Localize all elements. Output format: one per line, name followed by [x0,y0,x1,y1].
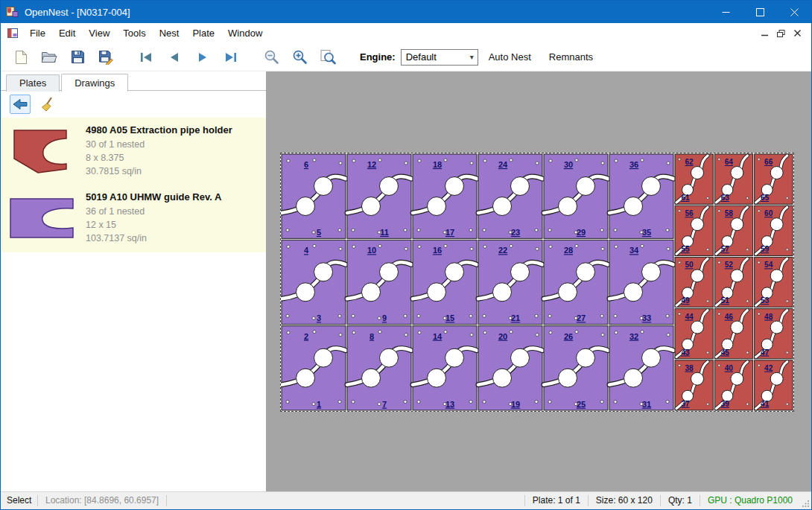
resize-grip[interactable] [800,492,811,509]
drawing-size: 12 x 15 [86,219,221,232]
next-plate-icon [195,51,210,63]
red-part-pair[interactable]: 6463 [714,154,752,204]
red-part-pair[interactable]: 5453 [755,257,793,307]
purple-part-pair[interactable]: 65 [282,154,346,238]
menu-item-plate[interactable]: Plate [185,25,221,42]
engine-label: Engine: [360,51,396,63]
part-number: 42 [764,364,773,372]
purple-part-pair[interactable]: 3231 [609,326,673,410]
part-number: 44 [685,313,694,321]
broom-icon [40,97,55,112]
red-part-pair[interactable]: 3837 [675,360,713,410]
status-mode: Select [1,495,38,506]
menu-item-view[interactable]: View [82,25,116,42]
purple-part-pair[interactable]: 3029 [544,154,608,238]
red-part-pair[interactable]: 6059 [755,205,793,255]
first-plate-button[interactable] [132,45,160,69]
tab-drawings[interactable]: Drawings [61,74,128,92]
part-number: 47 [761,348,770,357]
red-part-pair[interactable]: 4847 [755,309,793,359]
red-part-pair[interactable]: 6261 [675,154,713,204]
close-icon[interactable] [777,1,811,23]
menu-item-nest[interactable]: Nest [153,25,186,42]
auto-nest-button[interactable]: Auto Nest [481,47,539,67]
part-number: 50 [685,261,694,269]
purple-part-pair[interactable]: 2019 [478,326,542,410]
menu-item-window[interactable]: Window [221,25,269,42]
maximize-icon[interactable] [743,1,777,23]
import-drawing-button[interactable] [10,95,31,114]
zoom-out-button[interactable] [257,45,285,69]
part-number: 49 [681,296,690,305]
document-icon[interactable] [4,28,23,39]
drawing-item-1[interactable]: 4980 A05 Extraction pipe holder30 of 1 n… [1,118,266,185]
part-number: 24 [498,160,508,169]
red-part-pair[interactable]: 4039 [714,360,752,410]
red-part-pair[interactable]: 4443 [675,309,713,359]
part-number: 5 [317,228,321,237]
nest-canvas[interactable]: 6512111817242330293635431091615222128273… [266,71,811,491]
engine-select[interactable]: Default ▾ [401,49,478,66]
drawings-toolbar [1,91,266,118]
purple-part-pair[interactable]: 2423 [478,154,542,238]
red-part-pair[interactable]: 5049 [675,257,713,307]
new-button[interactable] [7,45,35,69]
purple-part-pair[interactable]: 3433 [609,240,673,324]
nest-svg: 6512111817242330293635431091615222128273… [281,153,793,411]
nest-plate[interactable]: 6512111817242330293635431091615222128273… [280,153,794,412]
drawing-info: 4980 A05 Extraction pipe holder30 of 1 n… [86,124,232,178]
part-number: 31 [642,400,651,409]
statusbar: Select Location: [84.8696, 60.6957] Plat… [1,491,811,509]
last-plate-button[interactable] [217,45,245,69]
minimize-icon[interactable] [708,1,743,23]
mdi-restore-icon[interactable] [774,27,788,40]
save-as-button[interactable] [92,45,120,69]
purple-part-pair[interactable]: 109 [347,240,411,324]
clear-drawings-button[interactable] [37,95,58,114]
purple-part-pair[interactable]: 2625 [544,326,608,410]
purple-part-pair[interactable]: 1211 [347,154,411,238]
purple-part-pair[interactable]: 2221 [478,240,542,324]
part-number: 63 [721,194,730,202]
purple-part-pair[interactable]: 1413 [413,326,477,410]
next-plate-button[interactable] [188,45,217,69]
purple-part-pair[interactable]: 2827 [544,240,608,324]
sidebar: PlatesDrawings 4980 A05 Extraction pipe … [1,71,266,491]
purple-part-pair[interactable]: 1615 [413,240,477,324]
drawing-item-2[interactable]: 5019 A10 UHMW guide Rev. A36 of 1 nested… [1,185,266,252]
menu-item-file[interactable]: File [23,25,52,42]
open-button[interactable] [35,45,63,69]
remnants-button[interactable]: Remnants [542,47,600,67]
titlebar[interactable]: OpenNest - [N0317-004] [1,1,811,23]
purple-part-pair[interactable]: 87 [347,326,411,410]
mdi-close-icon[interactable] [790,27,805,40]
zoom-fit-button[interactable] [314,45,342,69]
status-plate: Plate: 1 of 1 [524,495,588,506]
menu-item-tools[interactable]: Tools [116,25,152,42]
menu-item-edit[interactable]: Edit [52,25,82,42]
purple-part-pair[interactable]: 3635 [609,154,673,238]
red-part-thumbnail [5,127,78,175]
part-number: 20 [498,332,507,341]
previous-plate-icon [167,51,182,63]
red-part-pair[interactable]: 4241 [755,360,793,410]
app-icon [1,6,23,18]
tab-plates[interactable]: Plates [6,74,60,92]
red-part-pair[interactable]: 5857 [714,205,752,255]
part-number: 26 [564,332,573,341]
part-number: 18 [433,160,442,169]
purple-part-pair[interactable]: 43 [282,240,346,324]
previous-plate-button[interactable] [160,45,188,69]
mdi-minimize-icon[interactable] [758,27,772,40]
save-button[interactable] [63,45,92,69]
part-number: 14 [433,332,443,341]
part-number: 21 [511,313,520,322]
red-part-pair[interactable]: 5251 [714,257,752,307]
zoom-in-button[interactable] [285,45,314,69]
purple-part-pair[interactable]: 21 [282,326,346,410]
part-number: 52 [725,261,734,269]
purple-part-pair[interactable]: 1817 [413,154,477,238]
red-part-pair[interactable]: 4645 [714,309,752,359]
red-part-pair[interactable]: 6665 [755,154,793,204]
red-part-pair[interactable]: 5655 [675,205,713,255]
